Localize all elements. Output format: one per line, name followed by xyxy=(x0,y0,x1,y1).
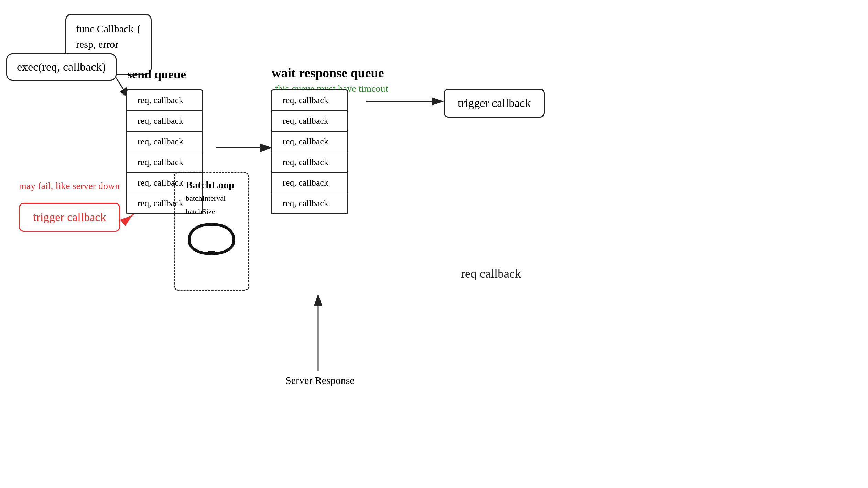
wait-queue-row: req, callback xyxy=(272,152,347,173)
req-callback-label: req callback xyxy=(461,266,521,281)
send-queue-label: send queue xyxy=(127,67,186,81)
wait-response-queue-table: req, callback req, callback req, callbac… xyxy=(271,89,348,214)
func-callback-line2: resp, error xyxy=(76,38,118,50)
wait-queue-row: req, callback xyxy=(272,111,347,132)
batchloop-size: batchSize xyxy=(186,206,237,218)
batchloop-box: BatchLoop batchInterval batchSize xyxy=(174,172,249,291)
send-queue-row: req, callback xyxy=(127,132,202,152)
wait-queue-row: req, callback xyxy=(272,193,347,213)
loop-arrow-icon xyxy=(186,221,237,255)
exec-box: exec(req, callback) xyxy=(6,53,117,81)
batchloop-interval: batchInterval xyxy=(186,192,237,204)
batchloop-title: BatchLoop xyxy=(186,179,237,191)
func-callback-line1: func Callback { xyxy=(76,23,141,34)
send-queue-row: req, callback xyxy=(127,90,202,111)
trigger-callback-right-box: trigger callback xyxy=(444,89,545,118)
wait-queue-row: req, callback xyxy=(272,90,347,111)
send-queue-row: req, callback xyxy=(127,152,202,173)
send-queue-row: req, callback xyxy=(127,111,202,132)
server-response-label: Server Response xyxy=(285,375,355,386)
wait-queue-row: req, callback xyxy=(272,173,347,193)
wait-queue-row: req, callback xyxy=(272,132,347,152)
may-fail-label: may fail, like server down xyxy=(19,180,120,191)
trigger-callback-left-box: trigger callback xyxy=(19,203,120,232)
wait-response-queue-label: wait response queue xyxy=(272,65,384,80)
